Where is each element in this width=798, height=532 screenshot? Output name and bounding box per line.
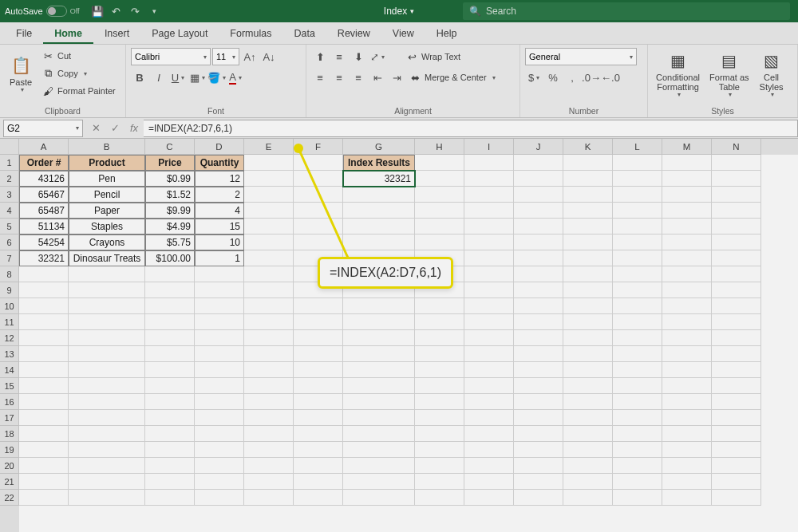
cell[interactable] [464, 330, 514, 346]
cell[interactable] [662, 346, 712, 362]
cell[interactable] [712, 266, 761, 282]
cell[interactable] [145, 426, 195, 442]
document-title[interactable]: Index ▾ [384, 6, 414, 17]
cell[interactable] [19, 394, 69, 410]
cell[interactable] [244, 250, 294, 266]
tab-review[interactable]: Review [326, 24, 381, 44]
cell[interactable] [195, 330, 244, 346]
cell[interactable] [563, 346, 613, 362]
column-header[interactable]: D [195, 139, 244, 155]
column-header[interactable]: K [563, 139, 613, 155]
cell[interactable] [195, 362, 244, 378]
cell[interactable] [613, 362, 662, 378]
cell[interactable] [464, 187, 514, 203]
cell[interactable] [343, 442, 415, 458]
cell[interactable] [415, 187, 464, 203]
table-header-cell[interactable]: Price [145, 155, 195, 171]
wrap-text-button[interactable]: ↩ Wrap Text [404, 49, 462, 65]
cell[interactable] [464, 298, 514, 314]
italic-button[interactable]: I [150, 69, 168, 86]
table-header-cell[interactable]: Quantity [195, 155, 244, 171]
tab-data[interactable]: Data [282, 24, 326, 44]
cell-styles-button[interactable]: ▧ Cell Styles▾ [756, 48, 788, 100]
cell[interactable] [662, 298, 712, 314]
cell[interactable] [343, 426, 415, 442]
cell[interactable] [464, 426, 514, 442]
cell[interactable] [613, 171, 662, 187]
table-header-cell[interactable]: Product [69, 155, 145, 171]
cell[interactable] [415, 442, 464, 458]
cell[interactable] [514, 203, 563, 219]
row-header[interactable]: 6 [0, 234, 19, 250]
row-header[interactable]: 22 [0, 490, 19, 506]
cell[interactable] [712, 474, 761, 490]
cell[interactable] [563, 410, 613, 426]
cell[interactable] [294, 410, 343, 426]
cell[interactable] [69, 378, 145, 394]
cell[interactable] [145, 458, 195, 474]
cell[interactable] [244, 187, 294, 203]
cell[interactable] [19, 282, 69, 298]
cell[interactable] [662, 219, 712, 234]
table-cell[interactable]: 65487 [19, 203, 69, 219]
cell[interactable] [19, 362, 69, 378]
column-header[interactable]: M [662, 139, 712, 155]
cell[interactable] [613, 219, 662, 234]
cell[interactable] [712, 330, 761, 346]
cell[interactable] [464, 234, 514, 250]
percent-format-icon[interactable]: % [544, 69, 562, 86]
decrease-font-icon[interactable]: A↓ [260, 48, 278, 65]
cell[interactable] [464, 394, 514, 410]
cell[interactable] [343, 490, 415, 506]
cell[interactable] [563, 187, 613, 203]
table-cell[interactable]: $1.52 [145, 187, 195, 203]
column-header[interactable]: A [19, 139, 69, 155]
cell[interactable] [514, 378, 563, 394]
cell[interactable] [145, 298, 195, 314]
row-header[interactable]: 5 [0, 219, 19, 234]
cell[interactable] [294, 219, 343, 234]
row-header[interactable]: 21 [0, 474, 19, 490]
column-header[interactable]: G [343, 139, 415, 155]
row-header[interactable]: 2 [0, 171, 19, 187]
table-cell[interactable]: $9.99 [145, 203, 195, 219]
cell[interactable] [613, 266, 662, 282]
cell[interactable] [145, 378, 195, 394]
cell[interactable] [613, 282, 662, 298]
cell[interactable] [294, 346, 343, 362]
cell[interactable] [613, 314, 662, 330]
cell[interactable] [662, 330, 712, 346]
align-top-icon[interactable]: ⬆ [311, 48, 329, 65]
cell[interactable] [712, 219, 761, 234]
cell[interactable] [244, 426, 294, 442]
cell[interactable] [514, 330, 563, 346]
merge-center-button[interactable]: ⬌ Merge & Center ▾ [407, 69, 497, 85]
align-left-icon[interactable]: ≡ [311, 69, 329, 86]
cell[interactable] [464, 250, 514, 266]
cell[interactable] [514, 474, 563, 490]
cell[interactable] [514, 410, 563, 426]
cell[interactable] [19, 442, 69, 458]
tab-help[interactable]: Help [425, 24, 468, 44]
cell[interactable] [343, 378, 415, 394]
cell[interactable] [19, 426, 69, 442]
cell[interactable] [244, 490, 294, 506]
fill-color-button[interactable]: 🪣▾ [207, 69, 225, 86]
underline-button[interactable]: U▾ [169, 69, 187, 86]
table-cell[interactable]: $4.99 [145, 219, 195, 234]
cell[interactable] [294, 203, 343, 219]
column-header[interactable]: H [415, 139, 464, 155]
row-header[interactable]: 19 [0, 442, 19, 458]
cell[interactable] [294, 171, 343, 187]
cell[interactable] [662, 474, 712, 490]
column-header[interactable]: J [514, 139, 563, 155]
tab-home[interactable]: Home [43, 24, 93, 44]
table-cell[interactable]: Paper [69, 203, 145, 219]
cut-button[interactable]: ✂ Cut [40, 48, 117, 64]
cell[interactable] [415, 155, 464, 171]
table-cell[interactable]: 51134 [19, 219, 69, 234]
cell[interactable] [343, 346, 415, 362]
cell[interactable] [69, 490, 145, 506]
cell[interactable] [244, 155, 294, 171]
table-cell[interactable]: 10 [195, 234, 244, 250]
